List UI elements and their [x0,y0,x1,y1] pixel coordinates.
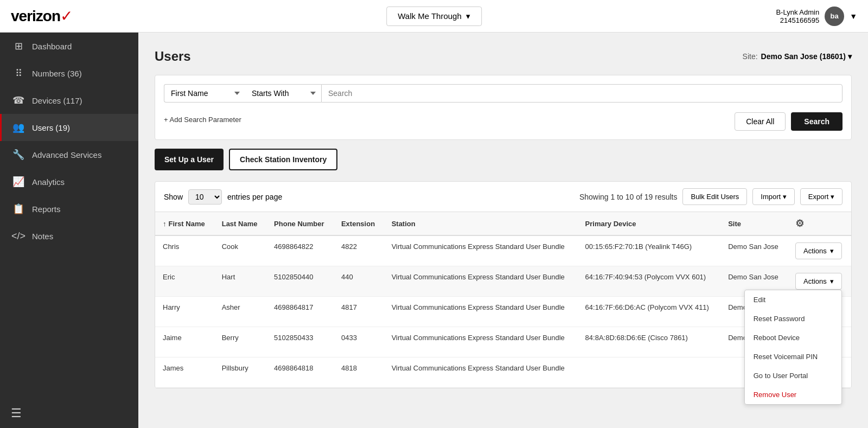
show-count-select[interactable]: 10 25 50 100 [188,189,222,205]
search-condition-select[interactable]: Starts With Contains Equals [245,84,321,103]
cell-primary-device: 84:8A:8D:68:D6:6E (Cisco 7861) [578,327,721,357]
cell-first-name: Jaime [155,327,214,357]
user-info[interactable]: B-Lynk Admin 2145166595 ba ▼ [776,7,857,26]
cell-primary-device: 64:16:7F:40:94:53 (Polycom VVX 601) [578,266,721,297]
cell-primary-device [578,357,721,388]
phone-icon: ☎ [12,94,24,106]
col-first-name[interactable]: ↑First Name [155,212,214,236]
walk-me-through-button[interactable]: Walk Me Through ▾ [386,7,482,26]
avatar: ba [825,7,844,26]
search-button[interactable]: Search [791,112,843,131]
walk-me-through-label: Walk Me Through [398,11,462,21]
sidebar-item-label: Notes [32,232,53,241]
user-phone: 2145166595 [776,16,819,24]
add-search-param-link[interactable]: + Add Search Parameter [164,116,241,124]
user-name-area: B-Lynk Admin 2145166595 [776,8,819,24]
site-value[interactable]: Demo San Jose (18601) ▾ [761,52,852,61]
analytics-icon: 📈 [12,176,24,188]
search-row: First Name Last Name Phone Number Extens… [164,84,843,103]
cell-site: Demo San Jose [720,235,788,266]
actions-button-wrap: Actions ▾ Edit Reset Password Reboot Dev… [795,273,842,290]
sidebar-item-label: Reports [32,205,61,214]
settings-gear-icon[interactable]: ⚙ [795,218,804,229]
col-settings[interactable]: ⚙ [788,212,851,236]
user-name: B-Lynk Admin [776,8,819,16]
sidebar-item-reports[interactable]: 📋 Reports [0,195,138,222]
cell-station: Virtual Communications Express Standard … [384,266,578,297]
sidebar-item-label: Advanced Services [32,150,101,159]
numbers-icon: ⠿ [12,67,24,79]
cell-phone: 4698864822 [266,235,334,266]
logo-checkmark: ✓ [60,7,73,25]
sidebar-item-numbers[interactable]: ⠿ Numbers (36) [0,60,138,87]
top-header: verizon✓ Walk Me Through ▾ B-Lynk Admin … [0,0,868,33]
actions-chevron-icon: ▾ [830,247,834,255]
clear-all-button[interactable]: Clear All [735,112,786,131]
logo-area: verizon✓ [11,7,73,25]
cell-station: Virtual Communications Express Standard … [384,327,578,357]
cell-phone: 5102850440 [266,266,334,297]
sidebar-item-devices[interactable]: ☎ Devices (117) [0,87,138,114]
sidebar-item-users[interactable]: 👥 Users (19) [0,114,138,141]
users-table: ↑First Name Last Name Phone Number Exten… [155,212,851,388]
dropdown-item-edit[interactable]: Edit [745,290,841,309]
sidebar-item-label: Users (19) [32,123,70,132]
main-content: Users Site: Demo San Jose (18601) ▾ Firs… [138,33,868,428]
col-station: Station [384,212,578,236]
search-input[interactable] [321,84,843,103]
bulk-edit-users-button[interactable]: Bulk Edit Users [682,188,747,205]
code-icon: </> [12,230,24,242]
site-chevron-icon: ▾ [848,52,852,61]
actions-button-wrap: Actions ▾ [795,242,842,259]
entries-label: entries per page [227,193,282,201]
table-row: Chris Cook 4698864822 4822 Virtual Commu… [155,235,851,266]
dropdown-item-reset-password[interactable]: Reset Password [745,309,841,328]
cell-station: Virtual Communications Express Standard … [384,297,578,327]
dropdown-item-reset-voicemail[interactable]: Reset Voicemail PIN [745,347,841,366]
sidebar-item-label: Devices (117) [32,96,82,105]
sidebar-bottom-menu[interactable]: ☰ [0,399,138,428]
check-inventory-button[interactable]: Check Station Inventory [229,149,337,170]
dropdown-item-user-portal[interactable]: Go to User Portal [745,366,841,385]
cell-extension: 4818 [334,357,384,388]
search-area: First Name Last Name Phone Number Extens… [155,75,852,140]
sidebar: ⊞ Dashboard ⠿ Numbers (36) ☎ Devices (11… [0,33,138,428]
sidebar-item-advanced-services[interactable]: 🔧 Advanced Services [0,141,138,168]
dropdown-item-reboot-device[interactable]: Reboot Device [745,328,841,347]
site-label: Site: [743,52,758,61]
col-extension: Extension [334,212,384,236]
walk-me-through-chevron: ▾ [466,11,470,21]
dropdown-item-remove-user[interactable]: Remove User [745,385,841,404]
cell-last-name: Cook [214,235,266,266]
table-toolbar: Show 10 25 50 100 entries per page Showi… [155,182,851,212]
cell-extension: 4817 [334,297,384,327]
sidebar-item-label: Analytics [32,177,65,187]
cell-actions: Actions ▾ Edit Reset Password Reboot Dev… [788,266,851,297]
cell-last-name: Asher [214,297,266,327]
import-button[interactable]: Import ▾ [752,188,794,205]
actions-dropdown-menu: Edit Reset Password Reboot Device Reset … [744,290,842,405]
cell-phone: 4698864817 [266,297,334,327]
search-actions: Clear All Search [735,112,843,131]
dashboard-icon: ⊞ [12,40,24,52]
setup-user-button[interactable]: Set Up a User [155,149,224,170]
cell-phone: 4698864818 [266,357,334,388]
users-icon: 👥 [12,122,24,133]
page-header: Users Site: Demo San Jose (18601) ▾ [155,49,852,64]
search-field-select[interactable]: First Name Last Name Phone Number Extens… [164,84,245,103]
export-button[interactable]: Export ▾ [800,188,843,205]
cell-last-name: Pillsbury [214,357,266,388]
sidebar-item-notes[interactable]: </> Notes [0,222,138,250]
sidebar-item-analytics[interactable]: 📈 Analytics [0,168,138,195]
sidebar-item-dashboard[interactable]: ⊞ Dashboard [0,33,138,60]
actions-button-0[interactable]: Actions ▾ [795,242,842,259]
page-title: Users [155,49,191,64]
sidebar-item-label: Numbers (36) [32,69,82,78]
user-dropdown-arrow[interactable]: ▼ [850,12,857,21]
cell-first-name: James [155,357,214,388]
cell-extension: 4822 [334,235,384,266]
cell-station: Virtual Communications Express Standard … [384,235,578,266]
actions-button-1[interactable]: Actions ▾ [795,273,842,290]
actions-label: Actions [803,247,827,255]
wrench-icon: 🔧 [12,149,24,161]
